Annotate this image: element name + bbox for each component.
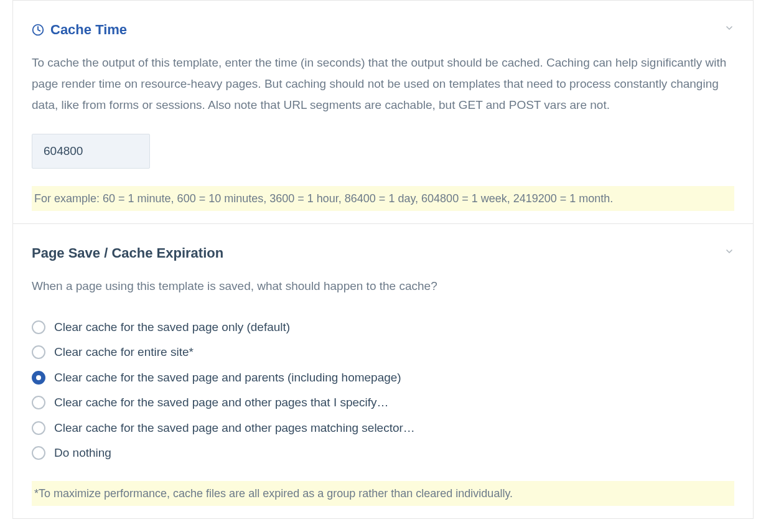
cache-expiration-section: Page Save / Cache Expiration When a page… [13,223,753,518]
radio-icon [32,320,45,334]
radio-label: Clear cache for the saved page and other… [54,419,415,437]
cache-time-description: To cache the output of this template, en… [32,52,734,116]
radio-icon [32,446,45,460]
cache-expiration-note: *To maximize performance, cache files ar… [32,481,734,506]
radio-icon [32,345,45,359]
radio-label: Clear cache for the saved page and other… [54,394,389,412]
cache-time-section: Cache Time To cache the output of this t… [13,1,753,223]
cache-time-input[interactable] [32,134,150,169]
clock-icon [32,24,44,36]
cache-time-title-row[interactable]: Cache Time [32,19,127,40]
radio-option-entire-site[interactable]: Clear cache for entire site* [32,340,734,365]
radio-label: Clear cache for entire site* [54,343,194,362]
radio-label: Do nothing [54,444,111,462]
cache-expiration-header: Page Save / Cache Expiration [32,243,734,263]
collapse-toggle-icon[interactable] [724,245,734,261]
radio-icon [32,396,45,409]
radio-option-saved-page-and-parents[interactable]: Clear cache for the saved page and paren… [32,365,734,391]
cache-expiration-radio-group: Clear cache for the saved page only (def… [32,315,734,466]
cache-expiration-title: Page Save / Cache Expiration [32,243,223,263]
radio-label: Clear cache for the saved page only (def… [54,319,290,337]
cache-time-header: Cache Time [32,19,734,40]
radio-option-matching-selector[interactable]: Clear cache for the saved page and other… [32,416,734,441]
radio-icon [32,421,45,435]
radio-option-do-nothing[interactable]: Do nothing [32,441,734,466]
cache-expiration-title-row[interactable]: Page Save / Cache Expiration [32,243,223,263]
radio-icon [32,371,45,385]
radio-option-specify-pages[interactable]: Clear cache for the saved page and other… [32,390,734,416]
cache-expiration-description: When a page using this template is saved… [32,276,734,297]
radio-label: Clear cache for the saved page and paren… [54,369,401,387]
cache-time-title: Cache Time [50,19,127,40]
collapse-toggle-icon[interactable] [724,21,734,38]
radio-option-saved-page-only[interactable]: Clear cache for the saved page only (def… [32,315,734,340]
cache-time-note: For example: 60 = 1 minute, 600 = 10 min… [32,186,734,212]
